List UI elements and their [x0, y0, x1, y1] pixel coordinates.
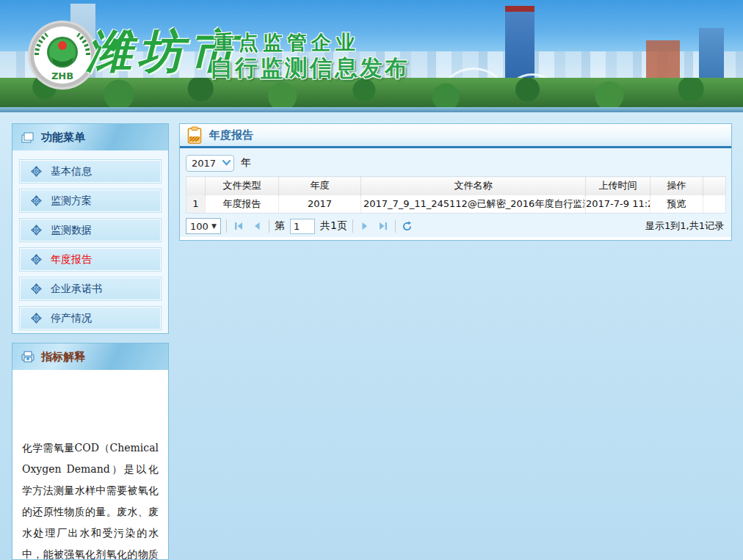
indicator-title: 指标解释 [41, 350, 85, 364]
cell-file-type: 年度报告 [206, 195, 279, 214]
folder-icon [21, 132, 35, 143]
prev-page-button[interactable] [250, 219, 264, 233]
table-header-row: 文件类型 年度 文件名称 上传时间 操作 [186, 177, 726, 195]
banner-building-brown [646, 40, 680, 81]
col-action: 操作 [650, 177, 703, 195]
function-menu-header: 功能菜单 [12, 124, 168, 150]
page-number-input[interactable] [290, 219, 315, 234]
banner-subtitle-1: 重点监管企业 [214, 29, 360, 56]
chevron-down-icon [222, 160, 231, 166]
sidebar-item-label: 年度报告 [51, 253, 92, 266]
function-menu-panel: 功能菜单 基本信息 监测方案 监测数据 年度报告 企业承诺书 停产情况 [12, 123, 169, 334]
sidebar-item-monitor-plan[interactable]: 监测方案 [20, 189, 161, 212]
record-summary: 显示1到1,共1记录 [645, 219, 725, 233]
function-menu-title: 功能菜单 [41, 131, 85, 145]
sidebar-item-label: 停产情况 [51, 312, 92, 325]
move-arrows-icon [31, 225, 42, 236]
year-select-value: 2017 [192, 158, 216, 169]
sidebar-item-basic-info[interactable]: 基本信息 [20, 160, 161, 183]
sidebar-item-label: 监测数据 [51, 224, 92, 237]
separator [352, 219, 353, 233]
function-menu-list: 基本信息 监测方案 监测数据 年度报告 企业承诺书 停产情况 [12, 150, 168, 339]
annual-report-header: 年度报告 [180, 124, 731, 148]
col-extra [703, 177, 726, 195]
col-rownum [186, 177, 206, 195]
preview-link[interactable]: 预览 [650, 195, 703, 214]
annual-report-body: 2017 年 文件类型 年度 文件名称 上传时间 操作 [180, 148, 731, 237]
sidebar-item-shutdown[interactable]: 停产情况 [20, 307, 161, 330]
cell-extra [703, 195, 726, 214]
indicator-header: 指标解释 [12, 343, 168, 370]
col-file-type: 文件类型 [206, 177, 279, 195]
move-arrows-icon [31, 313, 42, 324]
banner-tower [505, 6, 534, 79]
banner-river [0, 107, 743, 112]
refresh-icon [402, 221, 413, 232]
separator [269, 219, 269, 233]
clipboard-icon [187, 126, 202, 144]
sidebar-item-commitment[interactable]: 企业承诺书 [20, 277, 161, 300]
move-arrows-icon [31, 254, 42, 265]
col-year: 年度 [279, 177, 361, 195]
move-arrows-icon [31, 283, 42, 294]
cell-year: 2017 [279, 195, 361, 214]
cell-file-name: 2017_7_9_11_245112@已解密_2016年度自行监测开展情况年 [361, 195, 586, 214]
move-arrows-icon [31, 195, 42, 206]
logo-zhb-text: ZHB [51, 70, 73, 81]
indicator-panel: 指标解释 化学需氧量COD（Chemical Oxygen Demand）是以化… [12, 343, 169, 560]
col-file-name: 文件名称 [361, 177, 586, 195]
annual-report-title: 年度报告 [209, 128, 253, 142]
indicator-text: 化学需氧量COD（Chemical Oxygen Demand）是以化学方法测量… [12, 370, 168, 560]
first-page-button[interactable] [232, 219, 245, 233]
move-arrows-icon [31, 166, 42, 177]
last-page-button[interactable] [377, 219, 390, 233]
sidebar-item-label: 企业承诺书 [51, 283, 102, 296]
year-filter-row: 2017 年 [186, 153, 725, 172]
banner: ZHB 潍坊市 重点监管企业 自行监测信息发布 [0, 0, 743, 112]
cell-upload-time: 2017-7-9 11:24:13 [586, 195, 650, 214]
cell-rownum: 1 [186, 195, 206, 214]
printer-icon [21, 351, 35, 363]
first-page-icon [233, 221, 244, 231]
prev-page-icon [252, 221, 262, 231]
separator [226, 219, 227, 233]
next-page-button[interactable] [358, 219, 372, 233]
sidebar-item-label: 监测方案 [51, 194, 92, 208]
separator [395, 219, 396, 233]
page-size-select[interactable]: 100 ▼ [186, 218, 221, 234]
sidebar-item-annual-report[interactable]: 年度报告 [20, 248, 161, 271]
sidebar-item-label: 基本信息 [51, 165, 92, 178]
page-prefix-label: 第 [275, 219, 285, 233]
year-suffix-label: 年 [241, 156, 251, 170]
sidebar-item-monitor-data[interactable]: 监测数据 [20, 219, 161, 241]
next-page-icon [360, 221, 370, 231]
banner-building-right [699, 28, 724, 79]
caret-down-icon: ▼ [211, 222, 217, 230]
page-size-value: 100 [190, 221, 209, 232]
refresh-button[interactable] [401, 219, 414, 233]
page-total-label: 共1页 [320, 219, 347, 233]
year-select[interactable]: 2017 [186, 155, 234, 172]
annual-report-table: 文件类型 年度 文件名称 上传时间 操作 1 年度报告 2017 2017_7_… [186, 176, 726, 214]
last-page-icon [378, 221, 388, 231]
banner-subtitle-2: 自行监测信息发布 [210, 53, 410, 84]
col-upload-time: 上传时间 [586, 177, 650, 195]
pagination-bar: 100 ▼ 第 共1页 [186, 215, 725, 237]
annual-report-panel: 年度报告 2017 年 文件类型 年度 文 [179, 123, 732, 241]
table-row: 1 年度报告 2017 2017_7_9_11_245112@已解密_2016年… [186, 195, 726, 214]
